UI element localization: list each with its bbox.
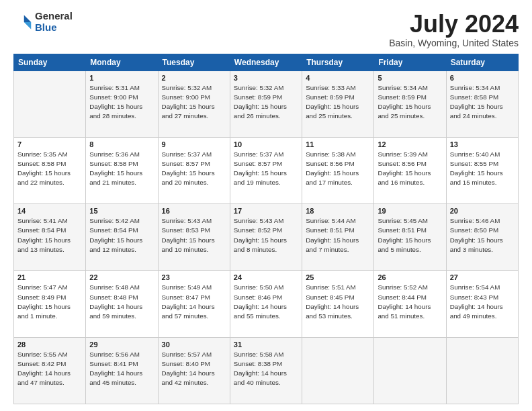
day-info: Sunrise: 5:56 AMSunset: 8:41 PMDaylight:… (89, 350, 154, 388)
table-row: 26 Sunrise: 5:52 AMSunset: 8:44 PMDaylig… (374, 271, 446, 337)
day-number: 5 (378, 74, 442, 82)
col-tuesday: Tuesday (158, 54, 230, 71)
table-row: 14 Sunrise: 5:41 AMSunset: 8:54 PMDaylig… (14, 204, 86, 271)
table-row: 16 Sunrise: 5:43 AMSunset: 8:53 PMDaylig… (158, 204, 230, 271)
day-info: Sunrise: 5:37 AMSunset: 8:57 PMDaylight:… (234, 150, 298, 188)
day-info: Sunrise: 5:41 AMSunset: 8:54 PMDaylight:… (17, 216, 82, 255)
table-row: 17 Sunrise: 5:43 AMSunset: 8:52 PMDaylig… (230, 204, 302, 271)
col-saturday: Saturday (446, 54, 518, 71)
col-thursday: Thursday (302, 54, 374, 71)
calendar-week-row: 7 Sunrise: 5:35 AMSunset: 8:58 PMDayligh… (14, 137, 519, 203)
col-wednesday: Wednesday (230, 54, 302, 71)
table-row: 8 Sunrise: 5:36 AMSunset: 8:58 PMDayligh… (86, 137, 158, 203)
table-row: 10 Sunrise: 5:37 AMSunset: 8:57 PMDaylig… (230, 137, 302, 203)
day-number: 1 (89, 74, 154, 82)
calendar-week-row: 28 Sunrise: 5:55 AMSunset: 8:42 PMDaylig… (14, 337, 519, 404)
calendar-table: Sunday Monday Tuesday Wednesday Thursday… (13, 54, 519, 404)
svg-marker-0 (24, 15, 32, 22)
table-row: 7 Sunrise: 5:35 AMSunset: 8:58 PMDayligh… (14, 137, 86, 203)
table-row: 5 Sunrise: 5:34 AMSunset: 8:59 PMDayligh… (374, 71, 446, 137)
table-row: 24 Sunrise: 5:50 AMSunset: 8:46 PMDaylig… (230, 271, 302, 337)
table-row: 30 Sunrise: 5:57 AMSunset: 8:40 PMDaylig… (158, 337, 230, 404)
day-number: 29 (89, 340, 154, 349)
logo-text: General Blue (35, 11, 73, 33)
day-info: Sunrise: 5:45 AMSunset: 8:51 PMDaylight:… (378, 216, 442, 255)
table-row: 13 Sunrise: 5:40 AMSunset: 8:55 PMDaylig… (446, 137, 518, 203)
table-row: 21 Sunrise: 5:47 AMSunset: 8:49 PMDaylig… (14, 271, 86, 337)
day-number: 20 (450, 207, 515, 215)
table-row: 3 Sunrise: 5:32 AMSunset: 8:59 PMDayligh… (230, 71, 302, 137)
svg-marker-1 (24, 22, 32, 30)
day-info: Sunrise: 5:58 AMSunset: 8:38 PMDaylight:… (234, 350, 298, 388)
day-number: 22 (89, 273, 154, 281)
day-info: Sunrise: 5:31 AMSunset: 9:00 PMDaylight:… (89, 83, 154, 122)
table-row: 2 Sunrise: 5:32 AMSunset: 9:00 PMDayligh… (158, 71, 230, 137)
logo-general-text: General (35, 11, 73, 22)
table-row (302, 337, 374, 404)
day-number: 17 (234, 207, 298, 215)
main-title: July 2024 (389, 11, 519, 38)
day-info: Sunrise: 5:47 AMSunset: 8:49 PMDaylight:… (17, 283, 82, 321)
day-info: Sunrise: 5:35 AMSunset: 8:58 PMDaylight:… (17, 150, 82, 188)
day-info: Sunrise: 5:52 AMSunset: 8:44 PMDaylight:… (378, 283, 442, 321)
logo: General Blue (13, 11, 73, 33)
day-info: Sunrise: 5:39 AMSunset: 8:56 PMDaylight:… (378, 150, 442, 188)
day-number: 13 (450, 140, 515, 148)
day-number: 19 (378, 207, 442, 215)
day-info: Sunrise: 5:54 AMSunset: 8:43 PMDaylight:… (450, 283, 515, 321)
day-number: 7 (17, 140, 82, 148)
table-row: 25 Sunrise: 5:51 AMSunset: 8:45 PMDaylig… (302, 271, 374, 337)
table-row: 6 Sunrise: 5:34 AMSunset: 8:58 PMDayligh… (446, 71, 518, 137)
table-row: 27 Sunrise: 5:54 AMSunset: 8:43 PMDaylig… (446, 271, 518, 337)
day-number: 3 (234, 74, 298, 82)
table-row: 9 Sunrise: 5:37 AMSunset: 8:57 PMDayligh… (158, 137, 230, 203)
day-number: 26 (378, 273, 442, 281)
day-number: 18 (306, 207, 370, 215)
header: General Blue July 2024 Basin, Wyoming, U… (13, 11, 519, 48)
day-number: 12 (378, 140, 442, 148)
table-row: 28 Sunrise: 5:55 AMSunset: 8:42 PMDaylig… (14, 337, 86, 404)
day-number: 10 (234, 140, 298, 148)
day-number: 2 (162, 74, 226, 82)
day-number: 28 (17, 340, 82, 349)
table-row: 18 Sunrise: 5:44 AMSunset: 8:51 PMDaylig… (302, 204, 374, 271)
logo-icon (13, 13, 32, 32)
day-info: Sunrise: 5:32 AMSunset: 9:00 PMDaylight:… (162, 83, 226, 122)
day-number: 11 (306, 140, 370, 148)
table-row: 4 Sunrise: 5:33 AMSunset: 8:59 PMDayligh… (302, 71, 374, 137)
day-number: 8 (89, 140, 154, 148)
day-info: Sunrise: 5:55 AMSunset: 8:42 PMDaylight:… (17, 350, 82, 388)
day-info: Sunrise: 5:33 AMSunset: 8:59 PMDaylight:… (306, 83, 370, 122)
calendar-week-row: 14 Sunrise: 5:41 AMSunset: 8:54 PMDaylig… (14, 204, 519, 271)
day-info: Sunrise: 5:43 AMSunset: 8:53 PMDaylight:… (162, 216, 226, 255)
table-row (14, 71, 86, 137)
day-number: 23 (162, 273, 226, 281)
day-info: Sunrise: 5:44 AMSunset: 8:51 PMDaylight:… (306, 216, 370, 255)
calendar-week-row: 1 Sunrise: 5:31 AMSunset: 9:00 PMDayligh… (14, 71, 519, 137)
table-row (446, 337, 518, 404)
table-row: 22 Sunrise: 5:48 AMSunset: 8:48 PMDaylig… (86, 271, 158, 337)
col-monday: Monday (86, 54, 158, 71)
calendar-week-row: 21 Sunrise: 5:47 AMSunset: 8:49 PMDaylig… (14, 271, 519, 337)
day-info: Sunrise: 5:49 AMSunset: 8:47 PMDaylight:… (162, 283, 226, 321)
day-info: Sunrise: 5:40 AMSunset: 8:55 PMDaylight:… (450, 150, 515, 188)
day-info: Sunrise: 5:57 AMSunset: 8:40 PMDaylight:… (162, 350, 226, 388)
day-info: Sunrise: 5:38 AMSunset: 8:56 PMDaylight:… (306, 150, 370, 188)
day-info: Sunrise: 5:34 AMSunset: 8:58 PMDaylight:… (450, 83, 515, 122)
day-number: 6 (450, 74, 515, 82)
day-info: Sunrise: 5:50 AMSunset: 8:46 PMDaylight:… (234, 283, 298, 321)
col-friday: Friday (374, 54, 446, 71)
table-row: 12 Sunrise: 5:39 AMSunset: 8:56 PMDaylig… (374, 137, 446, 203)
day-info: Sunrise: 5:42 AMSunset: 8:54 PMDaylight:… (89, 216, 154, 255)
calendar-header-row: Sunday Monday Tuesday Wednesday Thursday… (14, 54, 519, 71)
day-number: 31 (234, 340, 298, 349)
day-info: Sunrise: 5:36 AMSunset: 8:58 PMDaylight:… (89, 150, 154, 188)
day-number: 30 (162, 340, 226, 349)
table-row: 31 Sunrise: 5:58 AMSunset: 8:38 PMDaylig… (230, 337, 302, 404)
day-number: 15 (89, 207, 154, 215)
logo-blue-text: Blue (35, 22, 73, 34)
table-row: 23 Sunrise: 5:49 AMSunset: 8:47 PMDaylig… (158, 271, 230, 337)
day-number: 4 (306, 74, 370, 82)
day-info: Sunrise: 5:51 AMSunset: 8:45 PMDaylight:… (306, 283, 370, 321)
table-row: 11 Sunrise: 5:38 AMSunset: 8:56 PMDaylig… (302, 137, 374, 203)
